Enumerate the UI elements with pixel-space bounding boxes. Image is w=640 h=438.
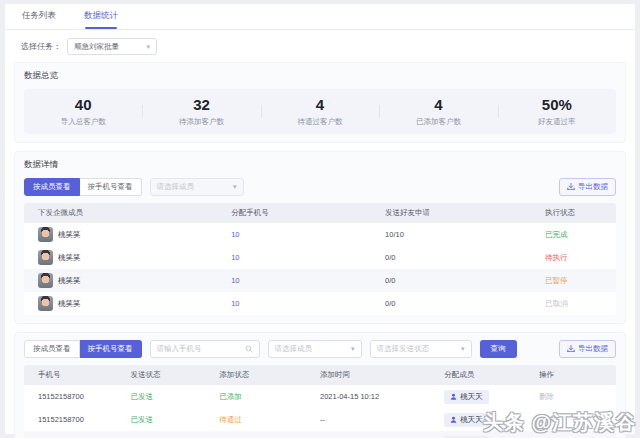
- member-name: 桃笑笑: [58, 299, 81, 309]
- chevron-down-icon: ▾: [233, 183, 237, 191]
- col-header: 操作: [539, 370, 616, 380]
- member-avatar: [38, 296, 53, 311]
- table-row: 桃笑笑 10 0/0 已取消: [24, 292, 616, 315]
- add-status: 已添加: [219, 392, 242, 401]
- tab-data-stats[interactable]: 数据统计: [83, 10, 119, 29]
- tab-bar: 任务列表 数据统计: [5, 4, 635, 30]
- task-select-label: 选择任务：: [21, 41, 61, 52]
- delete-button[interactable]: 删除: [539, 392, 554, 401]
- task-select[interactable]: 顺急刘家批量 ▾: [67, 38, 157, 55]
- view-by-phone-button[interactable]: 按手机号查看: [80, 178, 142, 196]
- person-icon: [450, 416, 457, 423]
- task-filter-row: 选择任务： 顺急刘家批量 ▾: [5, 30, 635, 62]
- col-header: 手机号: [24, 370, 131, 380]
- phone-search-placeholder: 请输入手机号: [157, 344, 202, 354]
- stat-added: 4 已添加客户数: [379, 96, 497, 126]
- members-table: 下发企微成员 分配手机号 发送好友申请 执行状态 桃笑笑 10 10/10 已完…: [24, 203, 616, 315]
- table-row: 15152158700 未搜到 -- -- 桃夭夭 删除: [24, 431, 616, 438]
- member-avatar: [38, 273, 53, 288]
- friend-requests: 10/10: [385, 230, 545, 239]
- table-row: 桃笑笑 10 0/0 待执行: [24, 246, 616, 269]
- friend-requests: 0/0: [385, 299, 545, 308]
- phones-table: 手机号 发送状态 添加状态 添加时间 分配成员 操作 15152158700 已…: [24, 365, 616, 438]
- chevron-down-icon: ▾: [146, 43, 150, 51]
- assigned-phones-link[interactable]: 10: [231, 253, 239, 262]
- stat-value: 32: [142, 96, 260, 113]
- stat-label: 好友通过率: [498, 117, 616, 127]
- assigned-member-chip: 桃夭夭: [444, 413, 489, 427]
- stat-to-add: 32 待添加客户数: [142, 96, 260, 126]
- export-data-button[interactable]: 导出数据: [559, 340, 616, 358]
- assigned-phones-link[interactable]: 10: [231, 230, 239, 239]
- stat-label: 已添加客户数: [379, 117, 497, 127]
- details-card: 数据详情 按成员查看 按手机号查看 请选择成员 ▾ 导出数据 下发企微成员 分配…: [14, 151, 626, 324]
- phone-number: 15152158700: [24, 392, 131, 401]
- assigned-phones-link[interactable]: 10: [231, 276, 239, 285]
- export-data-label: 导出数据: [578, 344, 608, 354]
- query-button[interactable]: 查询: [480, 340, 517, 358]
- stat-pending: 4 待通过客户数: [261, 96, 379, 126]
- col-header: 添加状态: [219, 370, 320, 380]
- assigned-member-chip: 桃夭夭: [444, 390, 489, 404]
- send-status: 已发送: [131, 392, 154, 401]
- view-toggle-group: 按成员查看 按手机号查看: [24, 340, 142, 358]
- download-icon: [567, 345, 575, 353]
- table-row: 桃笑笑 10 0/0 已暂停: [24, 269, 616, 292]
- overview-title: 数据总览: [24, 70, 616, 82]
- add-time: 2021-04-15 10:12: [320, 392, 444, 401]
- export-data-button[interactable]: 导出数据: [559, 178, 616, 196]
- stats-strip: 40 导入总客户数 32 待添加客户数 4 待通过客户数 4 已添加客户数 50…: [24, 89, 616, 134]
- download-icon: [567, 183, 575, 191]
- phones-table-header: 手机号 发送状态 添加状态 添加时间 分配成员 操作: [24, 365, 616, 385]
- member-avatar: [38, 250, 53, 265]
- phone-section-card: 按成员查看 按手机号查看 请输入手机号 请选择成员 ▾ 请选择发送状态 ▾ 查询…: [14, 332, 626, 438]
- member-name: 桃笑笑: [58, 253, 81, 263]
- members-table-header: 下发企微成员 分配手机号 发送好友申请 执行状态: [24, 203, 616, 223]
- status-badge: 待执行: [545, 253, 568, 262]
- add-time: --: [320, 415, 444, 424]
- phone-search-input[interactable]: 请输入手机号: [150, 340, 260, 358]
- send-status-select[interactable]: 请选择发送状态 ▾: [370, 340, 472, 358]
- status-badge: 已取消: [545, 299, 568, 308]
- send-status-placeholder: 请选择发送状态: [377, 344, 430, 354]
- col-header: 执行状态: [545, 208, 616, 218]
- delete-button[interactable]: 删除: [539, 415, 554, 424]
- stat-value: 40: [24, 96, 142, 113]
- assigned-member-name: 桃夭夭: [460, 415, 483, 425]
- stat-value: 50%: [498, 96, 616, 113]
- member-select-placeholder: 请选择成员: [275, 344, 313, 354]
- member-name: 桃笑笑: [58, 230, 81, 240]
- status-badge: 已暂停: [545, 276, 568, 285]
- stat-label: 待通过客户数: [261, 117, 379, 127]
- stat-value: 4: [379, 96, 497, 113]
- member-select[interactable]: 请选择成员 ▾: [268, 340, 362, 358]
- col-header: 发送状态: [131, 370, 220, 380]
- stat-label: 导入总客户数: [24, 117, 142, 127]
- phone-toolbar: 按成员查看 按手机号查看 请输入手机号 请选择成员 ▾ 请选择发送状态 ▾ 查询…: [24, 340, 616, 358]
- member-name: 桃笑笑: [58, 276, 81, 286]
- view-by-phone-button[interactable]: 按手机号查看: [80, 340, 142, 358]
- table-row: 15152158700 已发送 待通过 -- 桃夭夭 删除: [24, 408, 616, 431]
- friend-requests: 0/0: [385, 276, 545, 285]
- assigned-member-name: 桃夭夭: [460, 392, 483, 402]
- stat-label: 待添加客户数: [142, 117, 260, 127]
- assigned-phones-link[interactable]: 10: [231, 299, 239, 308]
- col-header: 添加时间: [320, 370, 444, 380]
- member-select-placeholder: 请选择成员: [157, 182, 195, 192]
- stat-pass-rate: 50% 好友通过率: [498, 96, 616, 126]
- tab-task-list[interactable]: 任务列表: [21, 10, 57, 29]
- stat-value: 4: [261, 96, 379, 113]
- friend-requests: 0/0: [385, 253, 545, 262]
- person-icon: [450, 393, 457, 400]
- phone-number: 15152158700: [24, 415, 131, 424]
- chevron-down-icon: ▾: [351, 345, 355, 353]
- search-icon: [245, 345, 253, 353]
- view-by-member-button[interactable]: 按成员查看: [24, 178, 80, 196]
- chevron-down-icon: ▾: [461, 345, 465, 353]
- status-badge: 已完成: [545, 230, 568, 239]
- stat-imported: 40 导入总客户数: [24, 96, 142, 126]
- task-select-value: 顺急刘家批量: [74, 42, 119, 52]
- view-toggle-group: 按成员查看 按手机号查看: [24, 178, 142, 196]
- view-by-member-button[interactable]: 按成员查看: [24, 340, 80, 358]
- member-select[interactable]: 请选择成员 ▾: [150, 178, 244, 196]
